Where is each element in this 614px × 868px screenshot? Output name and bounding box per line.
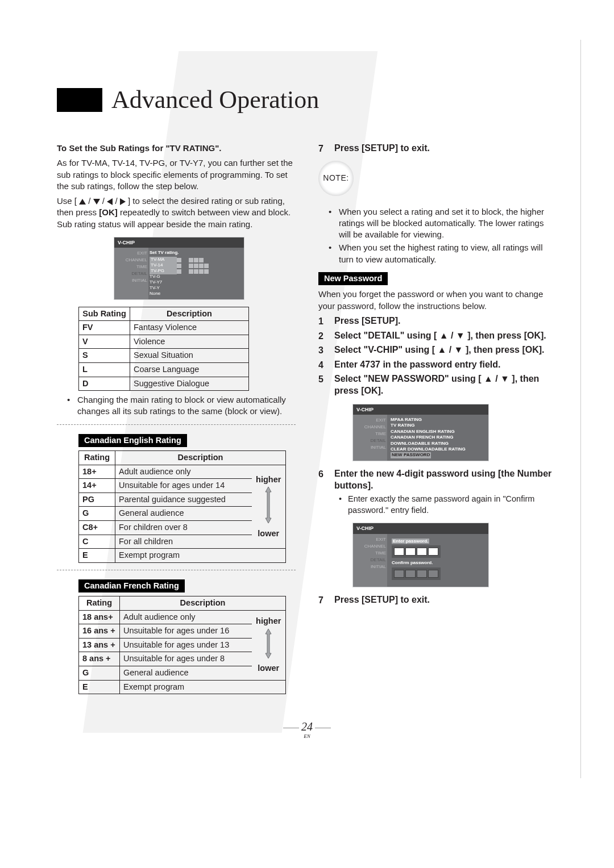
osd-side-labels: EXIT CHANNEL TIME DETAIL INITIAL (114, 248, 148, 299)
osd-tv-rating: V-CHIP EXIT CHANNEL TIME DETAIL INITIAL … (114, 237, 244, 300)
sub-ratings-intro: As for TV-MA, TV-14, TV-PG, or TV-Y7, yo… (57, 157, 296, 192)
step-6-sub: Enter exactly the same password again in… (338, 494, 557, 516)
step-5: 5Select "NEW PASSWORD" using [ ▲ / ▼ ], … (318, 373, 557, 397)
left-column: To Set the Sub Ratings for "TV RATING". … (57, 143, 296, 698)
step-7a: 7 Press [SETUP] to exit. (318, 143, 557, 155)
note-item: When you select a rating and set it to b… (325, 206, 557, 241)
osd-tv-rating-title: V-CHIP (114, 237, 244, 248)
right-column: 7 Press [SETUP] to exit. NOTE: When you … (318, 143, 557, 698)
osd-password-entry: V-CHIP EXIT CHANNEL TIME DETAIL INITIAL … (352, 523, 489, 587)
canadian-english-heading: Canadian English Rating (78, 434, 187, 448)
sub-rating-table: Sub RatingDescription FVFantasy Violence… (78, 307, 249, 391)
step-2: 2Select "DETAIL" using [ ▲ / ▼ ], then p… (318, 330, 557, 343)
note-badge: NOTE: (318, 161, 354, 196)
osd-vchip-menu: V-CHIP EXIT CHANNEL TIME DETAIL INITIAL … (352, 404, 489, 461)
title-block (57, 88, 102, 112)
step-6: 6Enter the new 4-digit password using [t… (318, 468, 557, 492)
canadian-french-table: RatingDescription 18 ans+Adult audience … (78, 596, 286, 694)
new-password-intro: When you forget the password or when you… (318, 289, 557, 312)
osd-caption: Set TV rating. (150, 250, 243, 256)
step-4: 4Enter 4737 in the password entry field. (318, 359, 557, 372)
higher-lower-arrow-icon (264, 627, 272, 660)
title-bar: Advanced Operation (57, 85, 557, 114)
canadian-english-table: RatingDescription 18+Adult audience only… (78, 450, 286, 563)
page-title: Advanced Operation (111, 85, 319, 114)
sub-ratings-use: Use [ / / / ] to select the desired rati… (57, 195, 296, 230)
step-1: 1Press [SETUP]. (318, 315, 557, 328)
higher-lower-arrow-icon (264, 485, 272, 525)
sub-rating-note: Changing the main rating to block or vie… (64, 394, 296, 418)
step-7b: 7Press [SETUP] to exit. (318, 594, 557, 607)
note-item: When you set the highest rating to view,… (325, 242, 557, 265)
sub-ratings-heading: To Set the Sub Ratings for "TV RATING". (57, 143, 296, 154)
page-number: 24 EN (57, 720, 557, 739)
new-password-heading: New Password (318, 272, 388, 286)
canadian-french-heading: Canadian French Rating (78, 579, 185, 593)
step-3: 3Select "V-CHIP" using [ ▲ / ▼ ], then p… (318, 344, 557, 357)
